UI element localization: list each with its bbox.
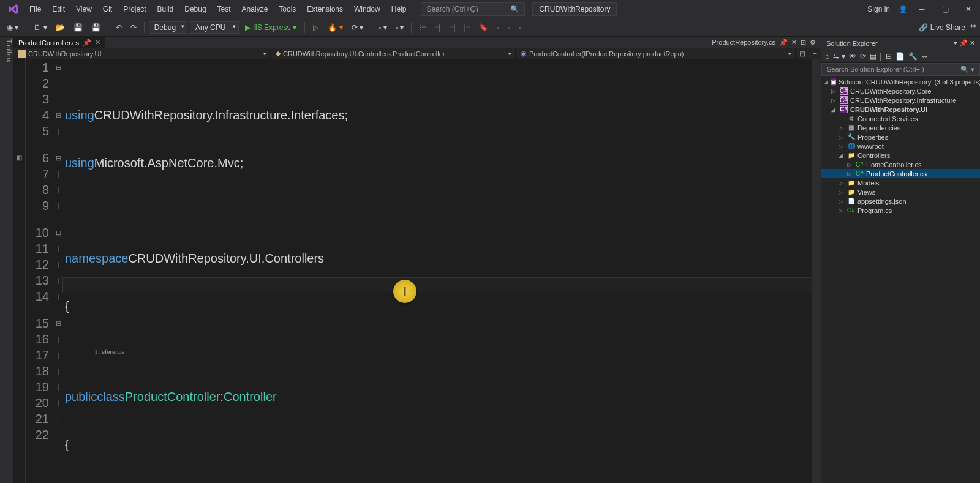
menu-debug[interactable]: Debug	[179, 2, 211, 16]
menu-project[interactable]: Project	[118, 2, 151, 16]
codelens[interactable]: 1 reference	[65, 346, 812, 357]
minimize-button[interactable]: ─	[913, 2, 931, 16]
collapse-icon[interactable]: ⊟	[886, 52, 892, 61]
background-tab[interactable]: ProductRepository.cs	[712, 39, 775, 47]
new-item-button[interactable]: 🗋 ▾	[31, 21, 50, 34]
tree-controllers[interactable]: ◢📁Controllers	[821, 151, 980, 160]
show-all-icon[interactable]: 📄	[895, 52, 905, 61]
tree-program[interactable]: ▷C#Program.cs	[821, 206, 980, 215]
tree-views[interactable]: ▷📁Views	[821, 187, 980, 197]
open-button[interactable]: 📂	[53, 21, 68, 34]
nav-member[interactable]: ◉ ProductController(IProductRepository p…	[516, 48, 796, 59]
tool-button[interactable]: |≡	[461, 21, 473, 34]
feedback-icon[interactable]: ᕯ	[970, 23, 976, 32]
sync-icon[interactable]: 👁	[849, 52, 856, 61]
tool-button[interactable]: ≡|	[431, 21, 443, 34]
menu-tools[interactable]: Tools	[274, 2, 301, 16]
tree-props[interactable]: ▷🔧Properties	[821, 132, 980, 141]
tab-product-controller[interactable]: ProductController.cs 📌 ✕	[13, 37, 105, 48]
panel-buttons[interactable]: ▾ 📌 ✕	[954, 39, 975, 47]
nav-project[interactable]: CRUDWithRepository.UI	[13, 49, 271, 59]
add-icon[interactable]: +	[809, 50, 821, 58]
tool-button[interactable]: ▫ ▾	[393, 21, 407, 34]
pin-icon[interactable]: 📌	[779, 39, 788, 47]
tree-deps[interactable]: ▷▦Dependencies	[821, 123, 980, 132]
tree-project-ui[interactable]: ◢C#CRUDWithRepository.UI	[821, 105, 980, 114]
main-menu: File Edit View Git Project Build Debug T…	[24, 2, 411, 16]
tab-bar: ProductController.cs 📌 ✕ ProductReposito…	[13, 37, 821, 48]
redo-button[interactable]: ↷	[127, 21, 140, 34]
tree-connected[interactable]: ⚙Connected Services	[821, 114, 980, 123]
menu-window[interactable]: Window	[349, 2, 385, 16]
nav-type[interactable]: ◆ CRUDWithRepository.UI.Controllers.Prod…	[271, 48, 516, 59]
menu-build[interactable]: Build	[153, 2, 179, 16]
vertical-scrollbar[interactable]	[812, 59, 821, 483]
fold-column[interactable]: ⊟⊟| ⊟||| ⊟|||| ⊟|||||⌊	[54, 59, 62, 483]
search-icon: 🔍	[510, 5, 519, 13]
tool-button[interactable]: ⁝≡	[416, 21, 429, 34]
menu-analyze[interactable]: Analyze	[237, 2, 273, 16]
start-without-debug-button[interactable]: ▷	[309, 22, 322, 33]
user-icon[interactable]: 👤	[899, 5, 908, 13]
csharp-icon	[18, 50, 26, 58]
tab-label: ProductController.cs	[18, 39, 79, 47]
start-debug-button[interactable]: ▶ IIS Express ▾	[241, 22, 300, 33]
hot-reload-button[interactable]: 🔥 ▾	[325, 21, 345, 34]
tree-solution[interactable]: ◢▣Solution 'CRUDWithRepository' (3 of 3 …	[821, 77, 980, 86]
save-button[interactable]: 💾	[70, 21, 86, 34]
tree-project-core[interactable]: ▷C#CRUDWithRepository.Core	[821, 86, 980, 95]
solution-tree: ◢▣Solution 'CRUDWithRepository' (3 of 3 …	[821, 76, 980, 483]
tree-appsettings[interactable]: ▷📄appsettings.json	[821, 197, 980, 206]
pin-icon[interactable]: 📌	[83, 39, 91, 47]
refresh-button[interactable]: ⟳ ▾	[349, 21, 366, 34]
properties-icon[interactable]: 🔧	[908, 52, 918, 61]
tool-button[interactable]: ▫ ▾	[375, 21, 390, 34]
home-icon[interactable]: ⌂	[825, 52, 829, 61]
title-bar: File Edit View Git Project Build Debug T…	[0, 0, 980, 18]
close-icon[interactable]: ✕	[791, 39, 797, 47]
menu-view[interactable]: View	[71, 2, 97, 16]
tree-home-controller[interactable]: ▷C#HomeController.cs	[821, 160, 980, 169]
toolbox-panel[interactable]: Toolbox	[0, 37, 13, 483]
menu-git[interactable]: Git	[98, 2, 117, 16]
tree-product-controller[interactable]: ▷C#ProductController.cs	[821, 169, 980, 178]
tool-button[interactable]: ≡|	[446, 21, 458, 34]
tree-project-infra[interactable]: ▷C#CRUDWithRepository.Infrastructure	[821, 95, 980, 105]
panel-title-bar[interactable]: Solution Explorer ▾ 📌 ✕	[821, 37, 980, 50]
bookmark-button[interactable]: 🔖	[476, 21, 491, 34]
solution-search[interactable]: Search Solution Explorer (Ctrl+;) 🔍 ▾	[821, 63, 980, 76]
menu-file[interactable]: File	[24, 2, 46, 16]
menu-edit[interactable]: Edit	[47, 2, 70, 16]
config-dropdown[interactable]: Debug	[149, 21, 187, 34]
liveshare-button[interactable]: 🔗 Live Share	[919, 23, 965, 32]
undo-button[interactable]: ↶	[113, 21, 125, 34]
tree-wwwroot[interactable]: ▷🌐wwwroot	[821, 141, 980, 151]
solution-name[interactable]: CRUDWithRepository	[532, 2, 617, 16]
back-icon[interactable]: ⇋ ▾	[833, 52, 845, 61]
filter-icon[interactable]: ▤	[870, 52, 876, 61]
tool-button[interactable]: ▫	[516, 21, 524, 34]
settings-icon[interactable]: ⚙	[810, 39, 816, 47]
menu-extensions[interactable]: Extensions	[302, 2, 348, 16]
view-icon[interactable]: ↔	[921, 52, 929, 61]
tool-button[interactable]: ▫	[505, 21, 513, 34]
menu-test[interactable]: Test	[213, 2, 236, 16]
class-icon: ◆	[276, 50, 281, 58]
menu-help[interactable]: Help	[386, 2, 412, 16]
close-tab-icon[interactable]: ✕	[95, 39, 100, 47]
tool-button[interactable]: ▫	[494, 21, 502, 34]
close-button[interactable]: ✕	[959, 2, 978, 16]
maximize-button[interactable]: ▢	[936, 2, 954, 16]
code-content[interactable]: using CRUDWithRepository.Infrastructure.…	[62, 59, 812, 483]
code-editor[interactable]: ◧ 12345 6789 1011121314 1516171819202122…	[13, 59, 821, 483]
global-search[interactable]: Search (Ctrl+Q) 🔍	[421, 2, 525, 16]
preview-icon[interactable]: ⊡	[801, 39, 806, 47]
back-button[interactable]: ◉ ▾	[4, 21, 21, 34]
platform-dropdown[interactable]: Any CPU	[190, 21, 239, 34]
method-icon: ◉	[521, 50, 527, 58]
tree-models[interactable]: ▷📁Models	[821, 178, 980, 187]
signin-link[interactable]: Sign in	[864, 2, 894, 16]
refresh-icon[interactable]: ⟳	[860, 52, 866, 61]
split-icon[interactable]: ⊟	[796, 50, 809, 58]
save-all-button[interactable]: 💾	[88, 21, 104, 34]
